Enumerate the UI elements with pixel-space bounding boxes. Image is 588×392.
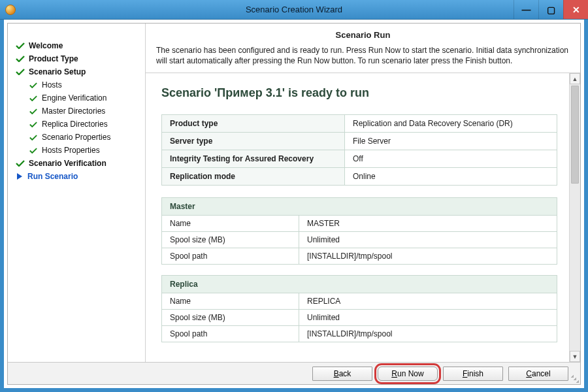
resize-grip-icon[interactable] xyxy=(571,375,579,383)
row-value: [INSTALLDIR]/tmp/spool xyxy=(299,248,557,265)
window-frame: WelcomeProduct TypeScenario SetupHostsEn… xyxy=(0,20,588,392)
replica-table-title: Replica xyxy=(162,276,557,293)
table-row: NameREPLICA xyxy=(162,293,557,310)
check-icon xyxy=(29,147,38,154)
table-row: Replication modeOnline xyxy=(162,168,557,186)
check-icon xyxy=(29,134,38,140)
row-key: Name xyxy=(162,216,299,232)
table-row: Server typeFile Server xyxy=(162,133,557,150)
wizard-step[interactable]: Product Type xyxy=(16,52,142,65)
check-icon xyxy=(29,95,38,101)
run-now-button[interactable]: Run Now xyxy=(378,367,438,381)
check-icon xyxy=(16,160,25,167)
step-label: Welcome xyxy=(29,41,63,50)
wizard-step[interactable]: Scenario Setup xyxy=(16,65,142,78)
summary-value: Off xyxy=(345,150,557,168)
row-key: Spool size (MB) xyxy=(162,310,299,326)
step-label: Master Directories xyxy=(42,106,105,116)
scroll-up-button[interactable]: ▲ xyxy=(570,73,580,84)
wizard-substep[interactable]: Master Directories xyxy=(16,105,142,118)
row-value: [INSTALLDIR]/tmp/spool xyxy=(299,326,557,342)
wizard-steps-sidebar: WelcomeProduct TypeScenario SetupHostsEn… xyxy=(8,24,145,362)
wizard-substep[interactable]: Scenario Properties xyxy=(16,131,142,144)
svg-marker-0 xyxy=(17,173,22,180)
step-label: Replica Directories xyxy=(42,120,108,129)
step-label: Product Type xyxy=(29,54,78,63)
table-row: Spool size (MB)Unlimited xyxy=(162,310,557,326)
step-header: Scenario Run The scenario has been confi… xyxy=(146,24,580,73)
table-row: Integrity Testing for Assured RecoveryOf… xyxy=(162,150,557,168)
wizard-footer: Back Run Now Finish Cancel xyxy=(8,362,580,384)
replica-table: Replica NameREPLICASpool size (MB)Unlimi… xyxy=(161,275,557,342)
master-table-title: Master xyxy=(162,198,557,216)
row-value: Unlimited xyxy=(299,310,557,326)
summary-key: Product type xyxy=(162,115,345,133)
summary-key: Server type xyxy=(162,133,345,150)
row-value: Unlimited xyxy=(299,232,557,248)
table-row: Product typeReplication and Data Recover… xyxy=(162,115,557,133)
summary-key: Integrity Testing for Assured Recovery xyxy=(162,150,345,168)
wizard-substep[interactable]: Engine Verification xyxy=(16,91,142,105)
wizard-substep[interactable]: Hosts Properties xyxy=(16,144,142,157)
play-icon xyxy=(16,172,24,180)
back-button[interactable]: Back xyxy=(312,367,372,381)
check-icon xyxy=(29,108,38,114)
window-title: Scenario Creation Wizard xyxy=(0,5,588,14)
step-label: Hosts xyxy=(42,80,62,90)
check-icon xyxy=(16,42,25,49)
finish-button[interactable]: Finish xyxy=(443,367,503,381)
summary-key: Replication mode xyxy=(162,168,345,186)
wizard-content: Scenario Run The scenario has been confi… xyxy=(145,24,580,362)
wizard-step[interactable]: Welcome xyxy=(16,39,142,52)
vertical-scrollbar[interactable]: ▲ ▼ xyxy=(569,73,580,362)
check-icon xyxy=(16,69,25,75)
ready-heading: Scenario 'Пример 3.1' is ready to run xyxy=(161,86,557,100)
summary-value: File Server xyxy=(345,133,557,150)
table-row: Spool path[INSTALLDIR]/tmp/spool xyxy=(162,248,557,265)
step-label: Run Scenario xyxy=(27,172,78,181)
scroll-down-button[interactable]: ▼ xyxy=(570,351,580,362)
step-description: The scenario has been configured and is … xyxy=(156,45,570,66)
summary-panel: Scenario 'Пример 3.1' is ready to run Pr… xyxy=(146,73,569,362)
wizard-step[interactable]: Scenario Verification xyxy=(16,157,142,170)
scroll-thumb[interactable] xyxy=(571,86,579,184)
step-label: Scenario Properties xyxy=(42,133,110,142)
check-icon xyxy=(29,82,38,88)
titlebar: Scenario Creation Wizard — ▢ ✕ xyxy=(0,0,588,20)
step-label: Scenario Verification xyxy=(29,159,106,168)
table-row: NameMASTER xyxy=(162,216,557,232)
check-icon xyxy=(29,121,38,127)
master-table: Master NameMASTERSpool size (MB)Unlimite… xyxy=(161,197,557,265)
table-row: Spool size (MB)Unlimited xyxy=(162,232,557,248)
cancel-button[interactable]: Cancel xyxy=(508,367,568,381)
wizard-step-current[interactable]: Run Scenario xyxy=(16,170,142,183)
step-title: Scenario Run xyxy=(156,27,570,45)
step-label: Hosts Properties xyxy=(42,146,100,155)
row-value: REPLICA xyxy=(299,293,557,310)
summary-value: Online xyxy=(345,168,557,186)
row-key: Spool path xyxy=(162,248,299,265)
wizard-substep[interactable]: Replica Directories xyxy=(16,118,142,131)
row-key: Spool size (MB) xyxy=(162,232,299,248)
row-value: MASTER xyxy=(299,216,557,232)
step-label: Scenario Setup xyxy=(29,67,86,76)
row-key: Name xyxy=(162,293,299,310)
scroll-track[interactable] xyxy=(570,84,580,351)
wizard-substep[interactable]: Hosts xyxy=(16,78,142,91)
table-row: Spool path[INSTALLDIR]/tmp/spool xyxy=(162,326,557,342)
summary-value: Replication and Data Recovery Scenario (… xyxy=(345,115,557,133)
row-key: Spool path xyxy=(162,326,299,342)
step-label: Engine Verification xyxy=(42,93,106,103)
check-icon xyxy=(16,56,25,62)
scenario-summary-table: Product typeReplication and Data Recover… xyxy=(161,114,557,186)
